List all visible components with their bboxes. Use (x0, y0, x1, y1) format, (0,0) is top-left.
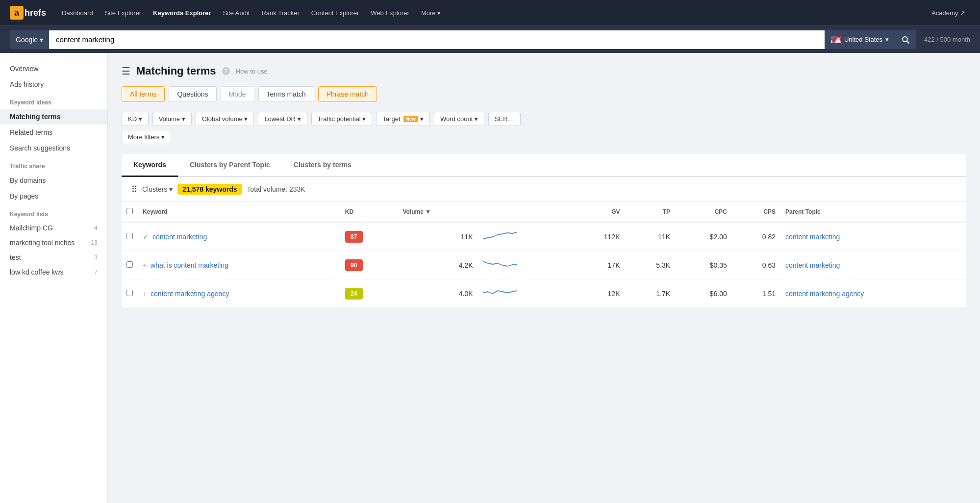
search-bar: Google ▾ 🇺🇸 United States ▾ 422 / 500 mo… (0, 25, 980, 53)
sidebar-list-label: marketing tool niches (10, 239, 75, 247)
filter-target[interactable]: Target New ▾ (376, 112, 430, 126)
nav-site-explorer[interactable]: Site Explorer (100, 6, 146, 20)
row-chart (478, 279, 571, 308)
sidebar-item-by-domains[interactable]: By domains (0, 173, 107, 188)
results-table: Keyword KD Volume ▼ GV TP CPC CPS Parent… (122, 202, 966, 308)
row-checkbox[interactable] (126, 233, 133, 239)
sidebar-list-label: low kd coffee kws (10, 268, 63, 276)
row-kd: 87 (340, 222, 398, 251)
clusters-icon: ⠿ (131, 185, 137, 194)
keyword-link[interactable]: content marketing agency (151, 290, 229, 298)
nav-keywords-explorer[interactable]: Keywords Explorer (148, 6, 216, 20)
clusters-row: ⠿ Clusters ▾ 21,578 keywords Total volum… (122, 177, 966, 202)
page-header: ☰ Matching terms ? How to use (122, 65, 966, 77)
tab-mode[interactable]: Mode (221, 86, 254, 102)
sidebar-item-overview[interactable]: Overview (0, 61, 107, 76)
filter-traffic-potential[interactable]: Traffic potential ▾ (311, 112, 373, 126)
sidebar-list-label: test (10, 253, 21, 261)
nav-dashboard[interactable]: Dashboard (57, 6, 98, 20)
logo-text: hrefs (25, 8, 46, 18)
more-filters-button[interactable]: More filters ▾ (122, 130, 171, 144)
parent-topic-link[interactable]: content marketing (785, 233, 840, 241)
sidebar-list-count: 13 (91, 239, 98, 246)
results-table-wrap: Keyword KD Volume ▼ GV TP CPC CPS Parent… (122, 202, 966, 308)
row-cpc: $6.00 (675, 279, 732, 308)
sidebar-item-ads-history[interactable]: Ads history (0, 76, 107, 92)
kw-tab-clusters-parent[interactable]: Clusters by Parent Topic (178, 154, 282, 177)
row-gv: 112K (571, 222, 625, 251)
tabs-row: All terms Questions Mode Terms match Phr… (122, 86, 966, 102)
main-layout: Overview Ads history Keyword ideas Match… (0, 53, 980, 503)
th-kd: KD (340, 202, 398, 222)
row-parent-topic: content marketing (780, 251, 966, 279)
filter-target-label: Target (382, 115, 400, 123)
filter-ser[interactable]: SER… (488, 112, 521, 126)
search-button[interactable] (895, 30, 916, 49)
row-tp: 11K (625, 222, 675, 251)
nav-more[interactable]: More ▾ (416, 6, 446, 20)
th-keyword: Keyword (138, 202, 340, 222)
row-checkbox[interactable] (126, 290, 133, 296)
filter-volume[interactable]: Volume ▾ (152, 112, 192, 126)
sidebar-item-search-suggestions[interactable]: Search suggestions (0, 140, 107, 156)
parent-topic-link[interactable]: content marketing agency (785, 290, 864, 298)
monthly-count: 422 / 500 month (924, 36, 970, 43)
row-volume: 4.0K (398, 279, 477, 308)
kw-tab-clusters-terms[interactable]: Clusters by terms (282, 154, 363, 177)
country-select[interactable]: 🇺🇸 United States ▾ (825, 30, 895, 49)
search-input[interactable] (49, 30, 825, 49)
sidebar-section-keyword-ideas: Keyword ideas (0, 92, 107, 109)
row-checkbox[interactable] (126, 261, 133, 268)
kd-badge: 87 (345, 231, 363, 243)
search-icon (902, 36, 909, 44)
engine-select[interactable]: Google ▾ (10, 30, 49, 49)
sidebar-list-marketing-tool[interactable]: marketing tool niches 13 (0, 235, 107, 250)
how-to-use-link[interactable]: How to use (236, 68, 268, 75)
tab-all-terms[interactable]: All terms (122, 86, 165, 102)
row-cpc: $0.35 (675, 251, 732, 279)
svg-line-1 (907, 41, 909, 43)
nav-site-audit[interactable]: Site Audit (218, 6, 255, 20)
th-tp: TP (625, 202, 675, 222)
row-parent-topic: content marketing (780, 222, 966, 251)
sidebar-list-count: 7 (94, 269, 98, 276)
sidebar-item-related-terms[interactable]: Related terms (0, 125, 107, 140)
row-cpc: $2.00 (675, 222, 732, 251)
table-row: + what is content marketing 90 4.2K 17K … (122, 251, 966, 279)
nav-academy[interactable]: Academy ↗ (927, 6, 970, 20)
filter-global-volume[interactable]: Global volume ▾ (196, 112, 254, 126)
nav-rank-tracker[interactable]: Rank Tracker (256, 6, 304, 20)
row-kd: 24 (340, 279, 398, 308)
row-cps: 0.82 (732, 222, 780, 251)
keyword-link[interactable]: content marketing (152, 233, 207, 241)
results-area: Keywords Clusters by Parent Topic Cluste… (122, 154, 966, 308)
sidebar-list-mailchimp[interactable]: Mailchimp CG 4 (0, 221, 107, 235)
nav-web-explorer[interactable]: Web Explorer (366, 6, 414, 20)
th-gv: GV (571, 202, 625, 222)
filter-lowest-dr[interactable]: Lowest DR ▾ (258, 112, 307, 126)
sidebar-list-low-kd[interactable]: low kd coffee kws 7 (0, 265, 107, 279)
filter-kd[interactable]: KD ▾ (122, 112, 149, 126)
nav-content-explorer[interactable]: Content Explorer (306, 6, 364, 20)
keyword-link[interactable]: what is content marketing (151, 261, 228, 269)
sidebar-item-by-pages[interactable]: By pages (0, 188, 107, 204)
parent-topic-link[interactable]: content marketing (785, 261, 840, 269)
select-all-checkbox[interactable] (126, 208, 133, 214)
tab-terms-match[interactable]: Terms match (258, 86, 314, 102)
menu-icon[interactable]: ☰ (122, 65, 130, 77)
row-tp: 5.3K (625, 251, 675, 279)
kw-tab-keywords[interactable]: Keywords (122, 154, 178, 177)
th-cpc: CPC (675, 202, 732, 222)
trend-chart (483, 257, 517, 271)
sidebar-item-matching-terms[interactable]: Matching terms (0, 109, 107, 125)
th-volume[interactable]: Volume ▼ (398, 202, 477, 222)
row-keyword: ✓ content marketing (138, 222, 340, 251)
page-title: Matching terms (136, 65, 216, 77)
clusters-dropdown[interactable]: Clusters ▾ (142, 185, 173, 193)
tab-phrase-match[interactable]: Phrase match (318, 86, 377, 102)
logo[interactable]: a hrefs (10, 6, 46, 20)
filter-word-count[interactable]: Word count ▾ (434, 112, 484, 126)
sidebar-list-test[interactable]: test 3 (0, 250, 107, 265)
sidebar-list-count: 4 (94, 225, 98, 231)
tab-questions[interactable]: Questions (169, 86, 216, 102)
